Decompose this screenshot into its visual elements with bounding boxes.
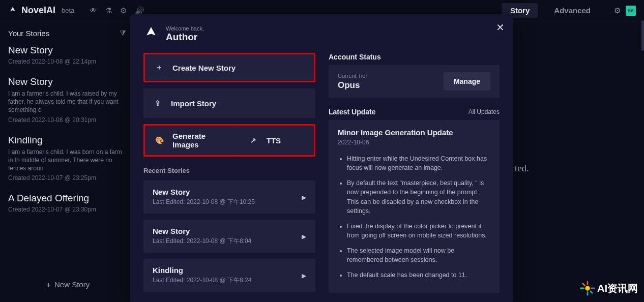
plus-icon: ＋ <box>45 280 54 289</box>
update-note: Hitting enter while the Undesired Conten… <box>347 154 490 172</box>
story-item[interactable]: New Story I am a farmer's child. I was r… <box>8 76 126 124</box>
svg-point-0 <box>585 286 590 290</box>
story-item[interactable]: New Story Created 2022-10-08 @ 22:14pm <box>8 45 126 65</box>
tab-advanced[interactable]: Advanced <box>546 3 599 18</box>
update-note: The selected image model will now be rem… <box>347 246 490 264</box>
pen-icon <box>143 26 159 42</box>
update-date: 2022-10-06 <box>338 139 490 146</box>
tier-box: Current Tier Opus Manage <box>329 65 500 98</box>
story-meta: Created 2022-10-07 @ 23:30pm <box>8 206 126 213</box>
app-logo[interactable]: NovelAI beta <box>8 5 74 16</box>
story-meta: Created 2022-10-08 @ 22:14pm <box>8 58 126 65</box>
button-label: Generate Images <box>172 132 229 149</box>
author-name: Author <box>166 32 204 43</box>
recent-story-name: New Story <box>153 188 255 196</box>
recent-story-name: Kindling <box>153 266 251 275</box>
all-updates-link[interactable]: All Updates <box>469 108 500 115</box>
story-title: New Story <box>8 45 126 56</box>
recent-story-edited: Last Edited: 2022-10-08 @ 下午8:04 <box>153 237 251 246</box>
manage-button[interactable]: Manage <box>444 72 490 90</box>
scrollbar[interactable] <box>641 20 644 51</box>
external-link-icon: ↗ <box>249 136 257 144</box>
update-box: Minor Image Generation Update 2022-10-06… <box>329 120 500 293</box>
story-meta: Created 2022-10-08 @ 20:31pm <box>8 116 126 124</box>
filter-icon[interactable]: ⧩ <box>120 28 126 38</box>
recent-story-name: New Story <box>153 227 251 235</box>
update-note: The default scale has been changed to 11… <box>347 270 490 280</box>
button-label: Create New Story <box>172 64 236 72</box>
story-item[interactable]: Kindling I am a farmer's child. I was bo… <box>8 135 126 182</box>
latest-update-heading: Latest Update <box>329 108 376 116</box>
watermark-text: AI资讯网 <box>597 282 638 295</box>
import-story-button[interactable]: ⇪ Import Story <box>143 88 315 118</box>
update-note: Fixed the display of the color picker to… <box>347 222 490 240</box>
story-item[interactable]: A Delayed Offering Created 2022-10-07 @ … <box>8 193 126 213</box>
recent-story-item[interactable]: Kindling Last Edited: 2022-10-08 @ 下午8:2… <box>143 259 315 292</box>
flask-icon[interactable]: ⚗ <box>105 6 112 15</box>
top-tabs: Story Advanced ⚙ ae <box>502 3 636 18</box>
sliders-icon[interactable]: ⚙ <box>614 6 621 15</box>
app-beta-tag: beta <box>62 7 74 14</box>
topbar-tool-icons: 👁 ⚗ ⚙ 🔊 <box>90 6 144 15</box>
tts-button[interactable]: ↗ TTS <box>239 126 314 155</box>
app-name: NovelAI <box>21 5 55 16</box>
tier-label: Current Tier <box>338 73 367 79</box>
button-label: TTS <box>267 136 281 145</box>
recent-story-item[interactable]: New Story Last Edited: 2022-10-08 @ 下午10… <box>143 180 315 214</box>
plus-icon: ＋ <box>155 63 163 72</box>
recent-story-item[interactable]: New Story Last Edited: 2022-10-08 @ 下午8:… <box>143 220 315 253</box>
story-meta: Created 2022-10-07 @ 23:25pm <box>8 174 126 182</box>
tier-value: Opus <box>338 80 367 90</box>
gear-icon[interactable]: ⚙ <box>120 6 127 15</box>
sidebar: Your Stories ⧩ New Story Created 2022-10… <box>0 21 134 302</box>
avatar[interactable]: ae <box>626 6 636 16</box>
eye-icon[interactable]: 👁 <box>90 6 97 15</box>
watermark: AI资讯网 <box>580 281 638 296</box>
story-title: New Story <box>8 76 126 87</box>
close-icon[interactable]: ✕ <box>496 21 505 34</box>
button-label: Import Story <box>171 99 216 108</box>
pen-icon <box>8 6 17 15</box>
generate-images-button[interactable]: 🎨 Generate Images <box>145 126 239 155</box>
recent-stories-heading: Recent Stories <box>143 167 315 174</box>
recent-story-edited: Last Edited: 2022-10-08 @ 下午10:25 <box>153 198 255 206</box>
new-story-button[interactable]: ＋ New Story <box>8 275 126 295</box>
chevron-right-icon: ▸ <box>302 270 306 281</box>
welcome-modal: ✕ Welcome back, Author ＋ Create New Stor… <box>130 14 513 302</box>
watermark-icon <box>580 281 595 296</box>
story-title: A Delayed Offering <box>8 193 126 204</box>
welcome-text: Welcome back, <box>166 25 204 32</box>
palette-icon: 🎨 <box>155 136 163 144</box>
chevron-right-icon: ▸ <box>302 192 306 203</box>
sidebar-title: Your Stories <box>8 29 49 38</box>
story-title: Kindling <box>8 135 126 146</box>
chevron-right-icon: ▸ <box>302 231 306 242</box>
create-new-story-button[interactable]: ＋ Create New Story <box>143 53 315 82</box>
account-status-heading: Account Status <box>329 53 500 61</box>
new-story-label: New Story <box>54 280 90 289</box>
update-title: Minor Image Generation Update <box>338 128 490 137</box>
import-icon: ⇪ <box>154 99 162 107</box>
story-snippet: I am a farmer's child. I was raised by m… <box>8 89 126 114</box>
recent-story-edited: Last Edited: 2022-10-08 @ 下午8:24 <box>153 276 251 285</box>
update-note: By default the text "masterpiece, best q… <box>347 178 490 216</box>
speaker-icon[interactable]: 🔊 <box>135 6 144 15</box>
story-snippet: I am a farmer's child. I was born on a f… <box>8 148 126 173</box>
